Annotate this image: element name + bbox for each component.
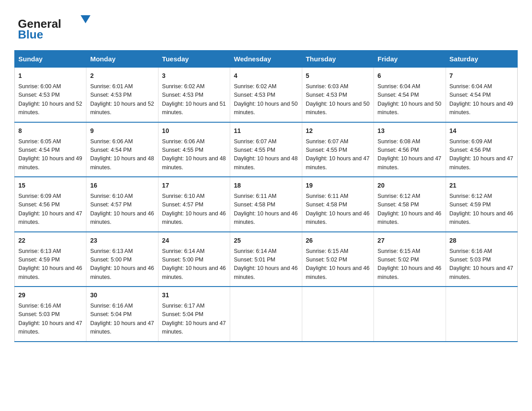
calendar-cell: 23Sunrise: 6:13 AMSunset: 5:00 PMDayligh…: [86, 232, 158, 287]
calendar-cell: 22Sunrise: 6:13 AMSunset: 4:59 PMDayligh…: [15, 232, 86, 287]
calendar-cell: 26Sunrise: 6:15 AMSunset: 5:02 PMDayligh…: [302, 232, 373, 287]
day-info: Sunrise: 6:10 AMSunset: 4:57 PMDaylight:…: [162, 192, 226, 227]
day-number: 30: [90, 291, 154, 300]
calendar-cell: 1Sunrise: 6:00 AMSunset: 4:53 PMDaylight…: [15, 68, 86, 122]
day-info: Sunrise: 6:07 AMSunset: 4:55 PMDaylight:…: [234, 137, 298, 172]
day-number: 11: [234, 126, 298, 136]
day-info: Sunrise: 6:08 AMSunset: 4:56 PMDaylight:…: [378, 137, 442, 172]
calendar-cell: 10Sunrise: 6:06 AMSunset: 4:55 PMDayligh…: [158, 122, 230, 177]
day-info: Sunrise: 6:04 AMSunset: 4:54 PMDaylight:…: [450, 82, 514, 117]
calendar-week-row: 22Sunrise: 6:13 AMSunset: 4:59 PMDayligh…: [15, 232, 518, 287]
day-info: Sunrise: 6:06 AMSunset: 4:54 PMDaylight:…: [90, 137, 154, 172]
day-info: Sunrise: 6:14 AMSunset: 5:01 PMDaylight:…: [234, 247, 298, 282]
day-info: Sunrise: 6:11 AMSunset: 4:58 PMDaylight:…: [234, 192, 298, 227]
page-header: General Blue: [14, 11, 518, 42]
logo: General Blue: [14, 11, 90, 42]
calendar-cell: 12Sunrise: 6:07 AMSunset: 4:55 PMDayligh…: [302, 122, 373, 177]
column-header-monday: Monday: [86, 51, 158, 68]
calendar-cell: 4Sunrise: 6:02 AMSunset: 4:53 PMDaylight…: [230, 68, 302, 122]
day-info: Sunrise: 6:16 AMSunset: 5:04 PMDaylight:…: [90, 302, 154, 337]
day-number: 20: [378, 181, 442, 190]
day-info: Sunrise: 6:14 AMSunset: 5:00 PMDaylight:…: [162, 247, 226, 282]
calendar-cell: [302, 287, 373, 342]
svg-text:Blue: Blue: [18, 28, 43, 41]
calendar-cell: 20Sunrise: 6:12 AMSunset: 4:58 PMDayligh…: [374, 177, 446, 232]
day-number: 17: [162, 181, 226, 190]
calendar-cell: 11Sunrise: 6:07 AMSunset: 4:55 PMDayligh…: [230, 122, 302, 177]
day-number: 1: [18, 71, 82, 81]
day-info: Sunrise: 6:13 AMSunset: 4:59 PMDaylight:…: [18, 247, 82, 282]
day-info: Sunrise: 6:09 AMSunset: 4:56 PMDaylight:…: [450, 137, 514, 172]
day-info: Sunrise: 6:12 AMSunset: 4:59 PMDaylight:…: [450, 192, 514, 227]
column-header-wednesday: Wednesday: [230, 51, 302, 68]
calendar-cell: 15Sunrise: 6:09 AMSunset: 4:56 PMDayligh…: [15, 177, 86, 232]
day-number: 15: [18, 181, 82, 190]
calendar-cell: 18Sunrise: 6:11 AMSunset: 4:58 PMDayligh…: [230, 177, 302, 232]
svg-marker-1: [81, 15, 90, 23]
day-number: 19: [306, 181, 370, 190]
day-number: 13: [378, 126, 442, 136]
day-number: 6: [378, 71, 442, 81]
day-number: 21: [450, 181, 514, 190]
day-info: Sunrise: 6:12 AMSunset: 4:58 PMDaylight:…: [378, 192, 442, 227]
day-info: Sunrise: 6:16 AMSunset: 5:03 PMDaylight:…: [450, 247, 514, 282]
day-number: 31: [162, 291, 226, 300]
day-number: 10: [162, 126, 226, 136]
calendar-cell: 21Sunrise: 6:12 AMSunset: 4:59 PMDayligh…: [446, 177, 517, 232]
calendar-cell: 9Sunrise: 6:06 AMSunset: 4:54 PMDaylight…: [86, 122, 158, 177]
day-info: Sunrise: 6:16 AMSunset: 5:03 PMDaylight:…: [18, 302, 82, 337]
calendar-cell: 27Sunrise: 6:15 AMSunset: 5:02 PMDayligh…: [374, 232, 446, 287]
calendar-cell: 16Sunrise: 6:10 AMSunset: 4:57 PMDayligh…: [86, 177, 158, 232]
calendar-cell: 25Sunrise: 6:14 AMSunset: 5:01 PMDayligh…: [230, 232, 302, 287]
day-number: 28: [450, 236, 514, 245]
day-info: Sunrise: 6:01 AMSunset: 4:53 PMDaylight:…: [90, 82, 154, 117]
column-header-friday: Friday: [374, 51, 446, 68]
calendar-cell: 19Sunrise: 6:11 AMSunset: 4:58 PMDayligh…: [302, 177, 373, 232]
calendar-week-row: 8Sunrise: 6:05 AMSunset: 4:54 PMDaylight…: [15, 122, 518, 177]
day-number: 25: [234, 236, 298, 245]
day-info: Sunrise: 6:06 AMSunset: 4:55 PMDaylight:…: [162, 137, 226, 172]
day-info: Sunrise: 6:00 AMSunset: 4:53 PMDaylight:…: [18, 82, 82, 117]
day-number: 2: [90, 71, 154, 81]
day-info: Sunrise: 6:05 AMSunset: 4:54 PMDaylight:…: [18, 137, 82, 172]
calendar-cell: [230, 287, 302, 342]
day-number: 8: [18, 126, 82, 136]
calendar-cell: 13Sunrise: 6:08 AMSunset: 4:56 PMDayligh…: [374, 122, 446, 177]
calendar-cell: 24Sunrise: 6:14 AMSunset: 5:00 PMDayligh…: [158, 232, 230, 287]
calendar-cell: 8Sunrise: 6:05 AMSunset: 4:54 PMDaylight…: [15, 122, 86, 177]
day-number: 18: [234, 181, 298, 190]
day-info: Sunrise: 6:03 AMSunset: 4:53 PMDaylight:…: [306, 82, 370, 117]
day-number: 24: [162, 236, 226, 245]
day-info: Sunrise: 6:13 AMSunset: 5:00 PMDaylight:…: [90, 247, 154, 282]
calendar-table: SundayMondayTuesdayWednesdayThursdayFrid…: [14, 50, 518, 342]
calendar-cell: 3Sunrise: 6:02 AMSunset: 4:53 PMDaylight…: [158, 68, 230, 122]
day-number: 12: [306, 126, 370, 136]
day-info: Sunrise: 6:04 AMSunset: 4:54 PMDaylight:…: [378, 82, 442, 117]
calendar-cell: 2Sunrise: 6:01 AMSunset: 4:53 PMDaylight…: [86, 68, 158, 122]
calendar-cell: 6Sunrise: 6:04 AMSunset: 4:54 PMDaylight…: [374, 68, 446, 122]
calendar-header-row: SundayMondayTuesdayWednesdayThursdayFrid…: [15, 51, 518, 68]
day-number: 23: [90, 236, 154, 245]
day-info: Sunrise: 6:17 AMSunset: 5:04 PMDaylight:…: [162, 302, 226, 337]
calendar-cell: 29Sunrise: 6:16 AMSunset: 5:03 PMDayligh…: [15, 287, 86, 342]
column-header-tuesday: Tuesday: [158, 51, 230, 68]
day-number: 26: [306, 236, 370, 245]
day-number: 3: [162, 71, 226, 81]
day-info: Sunrise: 6:02 AMSunset: 4:53 PMDaylight:…: [234, 82, 298, 117]
day-info: Sunrise: 6:15 AMSunset: 5:02 PMDaylight:…: [378, 247, 442, 282]
day-number: 14: [450, 126, 514, 136]
calendar-cell: 7Sunrise: 6:04 AMSunset: 4:54 PMDaylight…: [446, 68, 517, 122]
logo-svg: General Blue: [14, 11, 90, 42]
day-number: 27: [378, 236, 442, 245]
calendar-cell: 31Sunrise: 6:17 AMSunset: 5:04 PMDayligh…: [158, 287, 230, 342]
calendar-week-row: 29Sunrise: 6:16 AMSunset: 5:03 PMDayligh…: [15, 287, 518, 342]
calendar-week-row: 15Sunrise: 6:09 AMSunset: 4:56 PMDayligh…: [15, 177, 518, 232]
day-number: 16: [90, 181, 154, 190]
day-number: 4: [234, 71, 298, 81]
calendar-cell: [374, 287, 446, 342]
calendar-cell: 30Sunrise: 6:16 AMSunset: 5:04 PMDayligh…: [86, 287, 158, 342]
calendar-cell: [446, 287, 517, 342]
day-number: 22: [18, 236, 82, 245]
calendar-cell: 17Sunrise: 6:10 AMSunset: 4:57 PMDayligh…: [158, 177, 230, 232]
day-number: 5: [306, 71, 370, 81]
